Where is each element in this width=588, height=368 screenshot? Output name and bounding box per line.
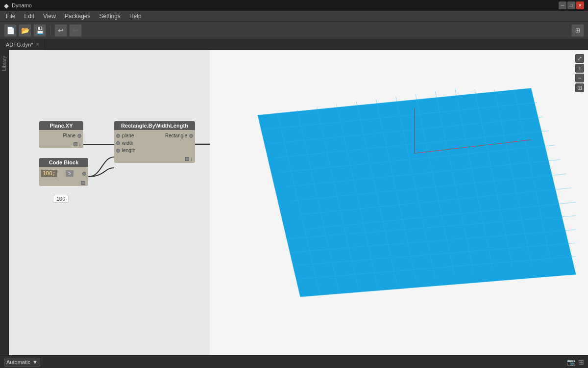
save-button[interactable]: 💾: [33, 24, 46, 37]
code-block-code-row: 100; >: [39, 169, 88, 178]
rect-output-label: Rectangle: [163, 133, 189, 138]
library-label[interactable]: Library: [0, 54, 8, 73]
zoom-controls: ⤢ + − ⊞: [575, 54, 584, 92]
code-block-value-label: 100: [53, 195, 69, 203]
menu-help[interactable]: Help: [125, 12, 146, 21]
node-code-block[interactable]: Code Block 100; >: [39, 158, 88, 186]
close-button[interactable]: ✕: [576, 1, 584, 9]
code-run-button[interactable]: >: [66, 170, 74, 177]
main-area: Library Plane.XY Plane: [0, 50, 588, 355]
node-code-block-header: Code Block: [39, 158, 88, 167]
screenshot-icon[interactable]: 📷: [567, 358, 575, 366]
statusbar: Automatic ▼ 📷 ⊞: [0, 355, 588, 368]
dropdown-arrow: ▼: [32, 359, 38, 365]
titlebar: ◆ Dynamo ─ □ ✕: [0, 0, 588, 11]
open-button[interactable]: 📂: [19, 24, 31, 37]
rect-length-row: length: [114, 147, 195, 154]
undo-button[interactable]: ↩: [54, 24, 67, 37]
node-plane-xy-body: Plane: [39, 130, 83, 141]
menu-view[interactable]: View: [39, 12, 60, 21]
tab-close-button[interactable]: ×: [36, 42, 39, 47]
preview-button[interactable]: ⊞: [571, 24, 584, 37]
code-block-output-port[interactable]: [82, 172, 86, 176]
node-code-block-footer: [39, 180, 88, 186]
node-rectangle-body: plane Rectangle width length: [114, 130, 195, 156]
node-area: [9, 50, 215, 355]
rect-length-input-port[interactable]: [116, 149, 120, 153]
app-title: Dynamo: [12, 2, 32, 8]
node-plane-xy-output-row: Plane: [39, 132, 83, 139]
layout-icon[interactable]: ⊞: [578, 358, 584, 366]
node-plane-xy-footer: i: [39, 141, 83, 148]
menu-file[interactable]: File: [2, 12, 19, 21]
tabbar: ADFG.dyn* ×: [0, 39, 588, 50]
node-plane-xy[interactable]: Plane.XY Plane i: [39, 121, 83, 148]
node-rectangle-footer: i: [114, 156, 195, 163]
app-icon: ◆: [4, 2, 9, 9]
maximize-button[interactable]: □: [567, 1, 575, 9]
rect-width-input-port[interactable]: [116, 141, 120, 145]
zoom-out-button[interactable]: −: [575, 74, 584, 82]
surface-visualization: [210, 50, 588, 355]
rect-info-icon: i: [191, 157, 192, 162]
plane-info-icon: i: [79, 142, 80, 147]
toolbar-right: ⊞: [571, 24, 584, 37]
rect-plane-input-port[interactable]: [116, 134, 120, 138]
new-button[interactable]: 📄: [4, 24, 17, 37]
toolbar: 📄 📂 💾 ↩ ↩ ⊞: [0, 22, 588, 39]
code-block-footer-square: [81, 181, 85, 185]
node-plane-xy-header: Plane.XY: [39, 121, 83, 130]
titlebar-left: ◆ Dynamo: [4, 2, 32, 9]
node-code-block-body: 100; >: [39, 167, 88, 180]
plane-output-port[interactable]: [77, 134, 81, 138]
expand-button[interactable]: ⤢: [575, 54, 584, 63]
rect-width-row: width: [114, 139, 195, 147]
menu-edit[interactable]: Edit: [20, 12, 38, 21]
tab-label: ADFG.dyn*: [6, 42, 33, 48]
menu-packages[interactable]: Packages: [61, 12, 95, 21]
toolbar-separator: [50, 26, 50, 35]
plane-output-label: Plane: [61, 133, 77, 138]
rect-output-port[interactable]: [189, 134, 193, 138]
plane-footer-square: [74, 142, 77, 146]
surface-fill: [258, 88, 576, 297]
fit-button[interactable]: ⊞: [575, 83, 584, 92]
rect-footer-square: [185, 157, 189, 161]
3d-viewport[interactable]: ⤢ + − ⊞: [210, 50, 588, 355]
tab-adfg[interactable]: ADFG.dyn* ×: [0, 39, 45, 50]
canvas[interactable]: Plane.XY Plane i Rectangle.ByWidthLength…: [9, 50, 588, 355]
status-icons: 📷 ⊞: [567, 358, 584, 366]
code-block-value-text: 100: [56, 196, 65, 202]
node-rectangle[interactable]: Rectangle.ByWidthLength plane Rectangle …: [114, 121, 195, 163]
node-rectangle-header: Rectangle.ByWidthLength: [114, 121, 195, 130]
code-block-value[interactable]: 100;: [41, 170, 57, 177]
titlebar-controls: ─ □ ✕: [559, 1, 584, 9]
rect-length-label: length: [120, 148, 137, 153]
minimize-button[interactable]: ─: [559, 1, 566, 9]
rect-plane-row: plane Rectangle: [114, 132, 195, 139]
rect-plane-label: plane: [120, 133, 136, 138]
redo-button[interactable]: ↩: [69, 24, 82, 37]
rect-width-label: width: [120, 140, 135, 146]
menubar: File Edit View Packages Settings Help: [0, 11, 588, 22]
sidebar: Library: [0, 50, 9, 355]
menu-settings[interactable]: Settings: [96, 12, 124, 21]
zoom-in-button[interactable]: +: [575, 64, 584, 73]
run-mode-dropdown[interactable]: Automatic ▼: [4, 358, 40, 367]
run-mode-label: Automatic: [6, 359, 30, 365]
